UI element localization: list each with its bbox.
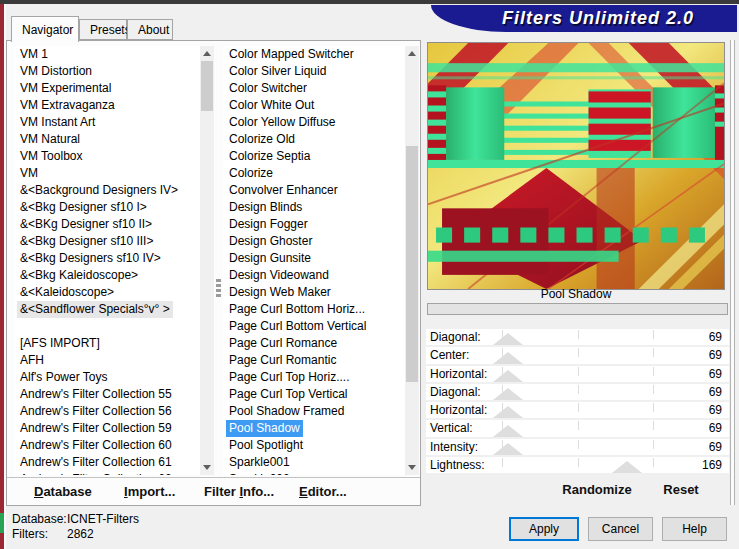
category-scrollbar[interactable] xyxy=(200,46,214,475)
category-list-item[interactable] xyxy=(14,318,200,335)
category-list-item[interactable]: Andrew's Filter Collection 60 xyxy=(14,437,200,454)
scroll-thumb[interactable] xyxy=(201,61,213,111)
toolbar-button-database[interactable]: Database xyxy=(30,482,96,501)
category-list-item[interactable]: Alf's Power Toys xyxy=(14,369,200,386)
filter-list-item[interactable]: Convolver Enhancer xyxy=(223,182,405,199)
slider-row[interactable]: Diagonal:69 xyxy=(426,329,729,345)
filter-list-item[interactable]: Design Fogger xyxy=(223,216,405,233)
category-list-item-label: Andrew's Filter Collection 55 xyxy=(17,386,175,403)
filter-list-item[interactable]: Pool Shadow xyxy=(223,420,405,437)
filter-list-item[interactable]: Design Ghoster xyxy=(223,233,405,250)
filter-list-item[interactable]: Page Curl Romance xyxy=(223,335,405,352)
category-list-item[interactable]: Andrew's Filter Collection 59 xyxy=(14,420,200,437)
slider-label: Intensity: xyxy=(430,440,478,454)
scroll-up-button[interactable] xyxy=(200,46,214,61)
filter-list-item[interactable]: Design Web Maker xyxy=(223,284,405,301)
slider-row[interactable]: Lightness:169 xyxy=(426,457,729,473)
category-list-item[interactable]: AFH xyxy=(14,352,200,369)
reset-button[interactable]: Reset xyxy=(652,480,710,499)
filter-list-item[interactable]: Page Curl Bottom Vertical xyxy=(223,318,405,335)
filter-list-item[interactable]: Design Blinds xyxy=(223,199,405,216)
category-list-item-label: AFH xyxy=(17,352,47,369)
slider-thumb[interactable] xyxy=(493,425,523,437)
filter-list-item-label: Colorize Septia xyxy=(226,148,313,165)
category-list[interactable]: VM 1VM DistortionVM ExperimentalVM Extra… xyxy=(14,46,200,475)
slider-row[interactable]: Diagonal:69 xyxy=(426,384,729,400)
scroll-down-button[interactable] xyxy=(200,460,214,475)
filter-list-item[interactable]: Pool Spotlight xyxy=(223,437,405,454)
apply-button[interactable]: Apply xyxy=(509,517,579,541)
category-list-item[interactable]: VM 1 xyxy=(14,46,200,63)
category-list-item[interactable]: Andrew's Filter Collection 55 xyxy=(14,386,200,403)
slider-thumb[interactable] xyxy=(493,406,523,418)
filter-list-item[interactable]: Colorize xyxy=(223,165,405,182)
tab-presets[interactable]: Presets xyxy=(79,19,127,40)
slider-thumb[interactable] xyxy=(493,388,523,400)
slider-row[interactable]: Vertical:69 xyxy=(426,420,729,436)
preview-image[interactable] xyxy=(427,42,725,290)
tab-navigator[interactable]: Navigator xyxy=(11,16,79,42)
category-list-item[interactable]: &<BKg Designer sf10 II> xyxy=(14,216,200,233)
scroll-up-button[interactable] xyxy=(405,46,419,61)
slider-row[interactable]: Center:69 xyxy=(426,347,729,363)
slider-row[interactable]: Intensity:69 xyxy=(426,439,729,455)
category-list-item[interactable]: &<Sandflower Specials°v° > xyxy=(14,301,200,318)
category-list-item[interactable]: &<Bkg Designer sf10 I> xyxy=(14,199,200,216)
category-list-item[interactable]: VM Distortion xyxy=(14,63,200,80)
toolbar-button-editor[interactable]: Editor... xyxy=(295,482,351,501)
category-list-item[interactable]: VM Experimental xyxy=(14,80,200,97)
category-list-item[interactable]: VM xyxy=(14,165,200,182)
slider-thumb[interactable] xyxy=(493,352,523,364)
slider-row[interactable]: Horizontal:69 xyxy=(426,366,729,382)
filter-list-item[interactable]: Page Curl Bottom Horiz... xyxy=(223,301,405,318)
filter-list-item[interactable]: Pool Shadow Framed xyxy=(223,403,405,420)
category-list-item[interactable]: Andrew's Filter Collection 62 xyxy=(14,471,200,475)
category-list-item[interactable]: &<Bkg Designers sf10 IV> xyxy=(14,250,200,267)
randomize-button[interactable]: Randomize xyxy=(550,480,644,499)
category-list-item[interactable]: &<Bkg Kaleidoscope> xyxy=(14,267,200,284)
filter-list-item[interactable]: Design Gunsite xyxy=(223,250,405,267)
filter-list-item[interactable]: Color White Out xyxy=(223,97,405,114)
slider-row[interactable]: Horizontal:69 xyxy=(426,402,729,418)
filter-list-item[interactable]: Color Mapped Switcher xyxy=(223,46,405,63)
category-list-item[interactable]: Andrew's Filter Collection 56 xyxy=(14,403,200,420)
category-list-item[interactable]: VM Extravaganza xyxy=(14,97,200,114)
category-list-item[interactable]: VM Instant Art xyxy=(14,114,200,131)
filter-list-item[interactable]: Colorize Old xyxy=(223,131,405,148)
cancel-button[interactable]: Cancel xyxy=(588,517,653,541)
category-list-item[interactable]: &<Bkg Designer sf10 III> xyxy=(14,233,200,250)
filter-list[interactable]: Color Mapped SwitcherColor Silver Liquid… xyxy=(223,46,405,475)
filter-list-item[interactable]: Page Curl Romantic xyxy=(223,352,405,369)
category-list-item[interactable]: VM Toolbox xyxy=(14,148,200,165)
scroll-down-button[interactable] xyxy=(405,460,419,475)
filter-list-item[interactable]: Page Curl Top Vertical xyxy=(223,386,405,403)
slider-thumb[interactable] xyxy=(493,443,523,455)
filter-list-item-label: Color Silver Liquid xyxy=(226,63,329,80)
category-list-item[interactable]: &<Background Designers IV> xyxy=(14,182,200,199)
category-list-item-label: VM 1 xyxy=(17,46,51,63)
filter-list-item[interactable]: Color Silver Liquid xyxy=(223,63,405,80)
filter-list-item[interactable]: Color Yellow Diffuse xyxy=(223,114,405,131)
category-list-item[interactable]: Andrew's Filter Collection 61 xyxy=(14,454,200,471)
filter-list-item[interactable]: Color Switcher xyxy=(223,80,405,97)
scroll-thumb[interactable] xyxy=(406,146,418,382)
tab-about[interactable]: About xyxy=(127,19,173,40)
category-list-item[interactable]: VM Natural xyxy=(14,131,200,148)
filter-list-item[interactable]: Sparkle002 xyxy=(223,471,405,475)
filter-list-item[interactable]: Page Curl Top Horiz.... xyxy=(223,369,405,386)
filter-list-item[interactable]: Colorize Septia xyxy=(223,148,405,165)
slider-thumb[interactable] xyxy=(612,461,642,473)
slider-tick xyxy=(578,330,579,339)
category-list-item[interactable]: [AFS IMPORT] xyxy=(14,335,200,352)
list-splitter-grip[interactable] xyxy=(216,279,221,298)
toolbar-button-import[interactable]: Import... xyxy=(120,482,179,501)
help-button[interactable]: Help xyxy=(662,517,727,541)
filter-list-item[interactable]: Design Videowand xyxy=(223,267,405,284)
slider-thumb[interactable] xyxy=(493,370,523,382)
filter-scrollbar[interactable] xyxy=(405,46,419,475)
filter-list-item[interactable]: Sparkle001 xyxy=(223,454,405,471)
category-list-item[interactable]: &<Kaleidoscope> xyxy=(14,284,200,301)
slider-thumb[interactable] xyxy=(493,333,523,345)
toolbar-button-filter-info[interactable]: Filter Info... xyxy=(200,482,278,501)
filter-list-item-label: Sparkle002 xyxy=(226,471,293,475)
